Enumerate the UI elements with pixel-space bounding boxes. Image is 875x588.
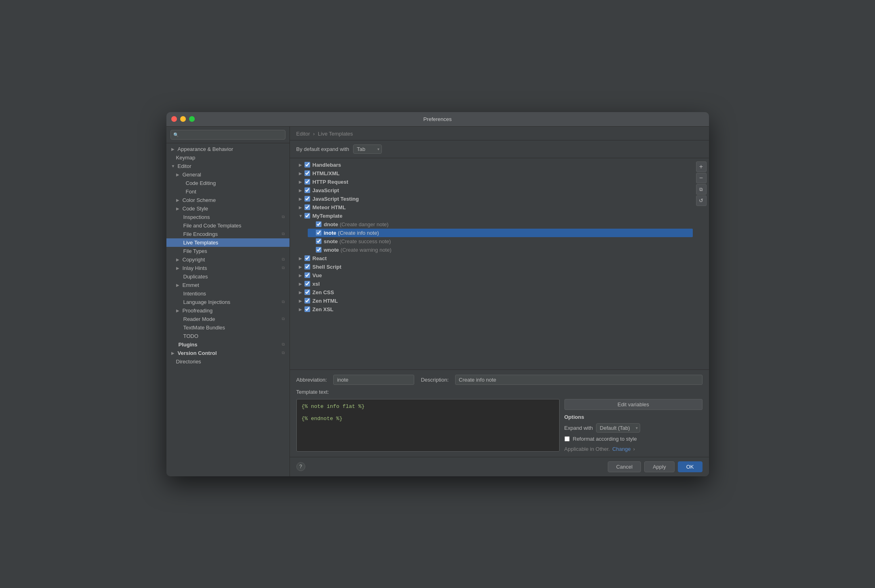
group-checkbox-zen-html[interactable] xyxy=(304,298,310,304)
apply-button[interactable]: Apply xyxy=(644,461,675,472)
template-item-dnote[interactable]: dnote (Create danger note) xyxy=(308,220,693,229)
add-template-button[interactable]: + xyxy=(696,161,707,172)
group-checkbox-javascript[interactable] xyxy=(304,187,310,193)
sidebar-item-inlay-hints[interactable]: ▶ Inlay Hints ⧉ xyxy=(166,264,290,272)
traffic-lights xyxy=(171,116,195,122)
item-checkbox-wnote[interactable] xyxy=(316,247,321,253)
sidebar-item-file-code-templates[interactable]: File and Code Templates xyxy=(166,221,290,230)
group-checkbox-mytemplate[interactable] xyxy=(304,213,310,219)
ok-button[interactable]: OK xyxy=(678,461,703,472)
template-group-vue[interactable]: ▶ Vue xyxy=(296,271,693,280)
applicable-arrow-icon: › xyxy=(633,446,635,452)
expand-with-select[interactable]: Default (Tab) Tab Enter Space xyxy=(596,423,640,433)
group-name: MyTemplate xyxy=(313,213,343,219)
template-item-snote[interactable]: snote (Create success note) xyxy=(308,237,693,246)
sidebar-item-code-style[interactable]: ▶ Code Style xyxy=(166,204,290,213)
sidebar-item-label: Inspections xyxy=(183,214,210,220)
sidebar-item-general[interactable]: ▶ General xyxy=(166,170,290,179)
sidebar-item-proofreading[interactable]: ▶ Proofreading xyxy=(166,306,290,315)
sidebar-item-emmet[interactable]: ▶ Emmet xyxy=(166,281,290,289)
sidebar-item-live-templates[interactable]: Live Templates xyxy=(166,238,290,247)
expand-select-wrapper: Default (Tab) Tab Enter Space ▾ xyxy=(596,423,640,433)
template-group-handlebars[interactable]: ▶ Handlebars xyxy=(296,161,693,169)
template-group-meteor-html[interactable]: ▶ Meteor HTML xyxy=(296,203,693,212)
sidebar-item-plugins[interactable]: Plugins ⧉ xyxy=(166,340,290,349)
group-checkbox-xsl[interactable] xyxy=(304,281,310,287)
item-checkbox-dnote[interactable] xyxy=(316,221,321,227)
sidebar-item-directories[interactable]: Directories xyxy=(166,357,290,366)
copy-template-button[interactable]: ⧉ xyxy=(696,184,707,195)
group-checkbox-vue[interactable] xyxy=(304,272,310,278)
copy-icon: ⧉ xyxy=(282,299,285,304)
sidebar-item-label: Appearance & Behavior xyxy=(178,146,233,152)
group-checkbox-js-testing[interactable] xyxy=(304,196,310,202)
sidebar-item-intentions[interactable]: Intentions xyxy=(166,289,290,298)
sidebar-item-label: Font xyxy=(186,189,196,195)
template-group-react[interactable]: ▶ React xyxy=(296,254,693,263)
abbreviation-input[interactable] xyxy=(333,375,414,385)
template-group-http-request[interactable]: ▶ HTTP Request xyxy=(296,178,693,186)
sidebar-item-font[interactable]: Font xyxy=(166,187,290,196)
template-group-javascript-testing[interactable]: ▶ JavaScript Testing xyxy=(296,195,693,203)
group-checkbox-zen-xsl[interactable] xyxy=(304,306,310,312)
sidebar-item-copyright[interactable]: ▶ Copyright ⧉ xyxy=(166,255,290,264)
template-group-javascript[interactable]: ▶ JavaScript xyxy=(296,186,693,195)
close-button[interactable] xyxy=(171,116,177,122)
sidebar-item-label: Live Templates xyxy=(183,240,218,246)
sidebar-item-duplicates[interactable]: Duplicates xyxy=(166,272,290,281)
template-group-zen-css[interactable]: ▶ Zen CSS xyxy=(296,288,693,297)
edit-variables-button[interactable]: Edit variables xyxy=(564,399,703,410)
reset-template-button[interactable]: ↺ xyxy=(696,195,707,206)
sidebar-item-reader-mode[interactable]: Reader Mode ⧉ xyxy=(166,315,290,323)
template-group-zen-html[interactable]: ▶ Zen HTML xyxy=(296,297,693,305)
template-item-inote[interactable]: inote (Create info note) xyxy=(308,229,693,237)
sidebar-item-language-injections[interactable]: Language Injections ⧉ xyxy=(166,298,290,306)
sidebar-item-label: TODO xyxy=(183,333,198,339)
group-checkbox-shell-script[interactable] xyxy=(304,264,310,270)
sidebar-item-code-editing[interactable]: Code Editing xyxy=(166,179,290,187)
sidebar-item-file-types[interactable]: File Types xyxy=(166,247,290,255)
sidebar-item-color-scheme[interactable]: ▶ Color Scheme xyxy=(166,196,290,204)
template-group-shell-script[interactable]: ▶ Shell Script xyxy=(296,263,693,271)
sidebar-item-editor[interactable]: ▼ Editor xyxy=(166,162,290,170)
sidebar-item-appearance[interactable]: ▶ Appearance & Behavior xyxy=(166,145,290,153)
item-checkbox-snote[interactable] xyxy=(316,238,321,244)
group-checkbox-html-xml[interactable] xyxy=(304,170,310,176)
description-input[interactable] xyxy=(455,375,702,385)
group-checkbox-react[interactable] xyxy=(304,255,310,261)
sidebar-item-todo[interactable]: TODO xyxy=(166,332,290,340)
sidebar-item-file-encodings[interactable]: File Encodings ⧉ xyxy=(166,230,290,238)
minimize-button[interactable] xyxy=(180,116,186,122)
reformat-checkbox[interactable] xyxy=(564,436,570,442)
template-group-mytemplate[interactable]: ▼ MyTemplate xyxy=(296,212,693,220)
template-group-xsl[interactable]: ▶ xsl xyxy=(296,280,693,288)
item-name: dnote xyxy=(324,221,338,227)
group-checkbox-handlebars[interactable] xyxy=(304,162,310,168)
applicable-change-link[interactable]: Change xyxy=(612,446,631,452)
group-name: JavaScript Testing xyxy=(313,196,359,202)
template-item-wnote[interactable]: wnote (Create warning note) xyxy=(308,246,693,254)
main-area: Editor › Live Templates By default expan… xyxy=(290,127,709,476)
maximize-button[interactable] xyxy=(189,116,195,122)
main-content: 🔍 ▶ Appearance & Behavior Keymap ▼ Edito xyxy=(166,127,709,476)
group-name: Meteor HTML xyxy=(313,204,346,210)
template-group-zen-xsl[interactable]: ▶ Zen XSL xyxy=(296,305,693,314)
group-name: Zen XSL xyxy=(313,306,334,312)
template-group-html-xml[interactable]: ▶ HTML/XML xyxy=(296,169,693,178)
help-button[interactable]: ? xyxy=(296,462,305,471)
group-checkbox-meteor-html[interactable] xyxy=(304,204,310,210)
group-checkbox-http-request[interactable] xyxy=(304,179,310,185)
sidebar-item-keymap[interactable]: Keymap xyxy=(166,153,290,162)
group-name: Shell Script xyxy=(313,264,342,270)
item-desc: (Create success note) xyxy=(339,238,391,244)
remove-template-button[interactable]: − xyxy=(696,173,707,183)
expand-with-select[interactable]: Tab Enter Space xyxy=(353,144,382,154)
item-checkbox-inote[interactable] xyxy=(316,230,321,236)
sidebar-item-inspections[interactable]: Inspections ⧉ xyxy=(166,213,290,221)
template-textarea[interactable]: {% note info flat %} {% endnote %} xyxy=(296,399,560,452)
group-checkbox-zen-css[interactable] xyxy=(304,289,310,295)
search-input[interactable] xyxy=(170,130,285,140)
sidebar-item-textmate[interactable]: TextMate Bundles xyxy=(166,323,290,332)
sidebar-item-version-control[interactable]: ▶ Version Control ⧉ xyxy=(166,349,290,357)
cancel-button[interactable]: Cancel xyxy=(608,461,641,472)
